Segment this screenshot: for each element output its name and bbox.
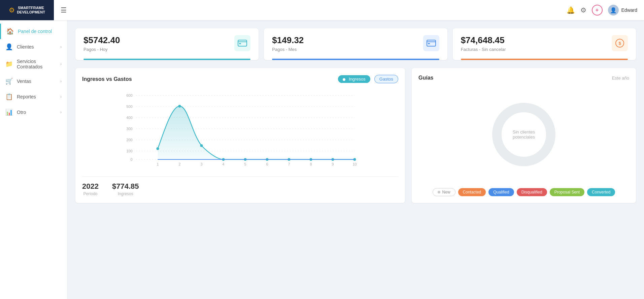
gastos-legend-button[interactable]: Gastos [374, 75, 398, 83]
line-chart: 600 500 400 300 200 100 0 1 2 3 4 5 6 [82, 89, 398, 170]
clientes-icon: 👤 [5, 43, 13, 51]
chevron-right-icon-2: › [60, 62, 62, 66]
stat-card-pagos-hoy: $5742.40 Pagos - Hoy [75, 28, 259, 60]
svg-text:4: 4 [222, 162, 224, 166]
sidebar-item-ventas[interactable]: 🛒 Ventas › [0, 73, 67, 89]
periodo-value: 2022 [82, 182, 99, 191]
legend-contacted[interactable]: Contacted [458, 188, 486, 196]
hamburger-button[interactable]: ☰ [61, 6, 67, 14]
stat-label-facturas: Facturas - Sin cancelar [461, 47, 506, 52]
otro-icon: 📊 [5, 109, 13, 116]
svg-text:2: 2 [178, 162, 180, 166]
sidebar-label-servicios: Servicios Contratados [17, 59, 60, 69]
stat-label-pagos-mes: Pagos - Mes [272, 47, 304, 52]
svg-text:200: 200 [126, 138, 132, 142]
ingresos-legend-button[interactable]: Ingresos [338, 75, 370, 83]
legend-disqualified[interactable]: Disqualified [517, 188, 547, 196]
stat-icon-pagos-mes [423, 35, 439, 51]
donut-chart-area: Sin clientes potenciales [418, 86, 629, 183]
logo-text: SMARTFRAME DEVELOPMENT [17, 6, 45, 14]
legend-proposal[interactable]: Proposal Sent [550, 188, 584, 196]
chart-title: Ingresos vs Gastos [82, 76, 132, 82]
ventas-icon: 🛒 [5, 78, 13, 85]
svg-rect-0 [238, 40, 247, 46]
stat-label-pagos-hoy: Pagos - Hoy [83, 47, 120, 52]
legend-converted[interactable]: Converted [587, 188, 615, 196]
user-avatar: 👤 [608, 5, 619, 16]
sidebar-label-clientes: Clientes [17, 44, 34, 50]
donut-legend: New Contacted Qualified Disqualified Pro… [418, 188, 629, 196]
header-right: 🔔 ⚙ + 👤 Edward [567, 5, 637, 16]
svg-text:500: 500 [126, 104, 132, 109]
svg-point-33 [178, 105, 181, 108]
stats-row: $5742.40 Pagos - Hoy [75, 28, 636, 60]
stat-card-facturas: $74,648.45 Facturas - Sin cancelar $ [453, 28, 636, 60]
stat-amount-pagos-mes: $149.32 [272, 35, 304, 46]
legend-qualified[interactable]: Qualified [488, 188, 514, 196]
svg-text:7: 7 [288, 162, 290, 166]
gear-icon[interactable]: ⚙ [580, 6, 586, 14]
chart-svg-container: 600 500 400 300 200 100 0 1 2 3 4 5 6 [82, 89, 398, 171]
bottom-row: Ingresos vs Gastos Ingresos Gastos [75, 68, 636, 203]
svg-rect-5 [428, 43, 430, 44]
chevron-right-icon: › [60, 44, 62, 49]
donut-section: Guías Este año Sin clientes potenciales … [412, 68, 636, 203]
svg-text:3: 3 [200, 162, 202, 166]
reportes-icon: 📋 [5, 93, 13, 100]
donut-empty-text: Sin clientes potenciales [504, 129, 544, 140]
chart-legend: Ingresos Gastos [338, 75, 398, 83]
stat-amount-pagos-hoy: $5742.40 [83, 35, 120, 46]
chevron-right-icon-4: › [60, 94, 62, 99]
bell-icon[interactable]: 🔔 [567, 6, 575, 14]
header-left: ⚙ SMARTFRAME DEVELOPMENT ☰ [7, 0, 67, 20]
sidebar-label-ventas: Ventas [17, 79, 31, 84]
sidebar-item-clientes[interactable]: 👤 Clientes › [0, 39, 67, 55]
servicios-icon: 📁 [5, 60, 13, 68]
sidebar-item-panel[interactable]: 🏠 Panel de control [0, 24, 67, 39]
svg-text:0: 0 [130, 157, 132, 161]
donut-period: Este año [612, 76, 629, 81]
svg-point-32 [157, 147, 159, 150]
chart-stat-ingresos: $774.85 Ingresos [112, 182, 139, 196]
stat-bar-blue [272, 59, 439, 60]
logo-icon: ⚙ [9, 6, 15, 14]
chart-section: Ingresos vs Gastos Ingresos Gastos [75, 68, 405, 203]
svg-text:400: 400 [126, 116, 132, 120]
sidebar-item-reportes[interactable]: 📋 Reportes › [0, 89, 67, 104]
svg-text:6: 6 [266, 162, 268, 166]
svg-text:$: $ [618, 41, 621, 46]
stat-card-pagos-mes: $149.32 Pagos - Mes [264, 28, 447, 60]
stat-icon-pagos-hoy [234, 35, 250, 51]
legend-new[interactable]: New [433, 188, 455, 196]
svg-text:10: 10 [352, 162, 357, 166]
svg-text:8: 8 [310, 162, 312, 166]
svg-text:9: 9 [332, 162, 334, 166]
user-area[interactable]: 👤 Edward [608, 5, 637, 16]
sidebar: 🏠 Panel de control 👤 Clientes › 📁 Servic… [0, 20, 67, 299]
donut-title: Guías [418, 75, 433, 81]
stat-bar-orange [461, 59, 628, 60]
svg-text:300: 300 [126, 127, 132, 131]
chart-stat-periodo: 2022 Período [82, 182, 99, 196]
svg-text:5: 5 [244, 162, 246, 166]
chevron-right-icon-5: › [60, 110, 62, 115]
stat-icon-facturas: $ [612, 35, 628, 51]
svg-rect-3 [427, 40, 436, 46]
chart-footer: 2022 Período $774.85 Ingresos [82, 176, 398, 196]
sidebar-item-otro[interactable]: 📊 Otro › [0, 104, 67, 120]
donut-header: Guías Este año [418, 75, 629, 81]
ingresos-value: $774.85 [112, 182, 139, 191]
ingresos-label: Ingresos [112, 191, 139, 196]
home-icon: 🏠 [6, 28, 14, 35]
add-button[interactable]: + [592, 5, 603, 16]
svg-text:600: 600 [126, 93, 132, 97]
periodo-label: Período [82, 191, 99, 196]
stat-bar-teal [83, 59, 250, 60]
logo: ⚙ SMARTFRAME DEVELOPMENT [0, 0, 54, 20]
svg-rect-2 [239, 43, 241, 44]
sidebar-item-servicios[interactable]: 📁 Servicios Contratados › [0, 55, 67, 73]
main-layout: 🏠 Panel de control 👤 Clientes › 📁 Servic… [0, 20, 644, 299]
svg-point-34 [200, 144, 203, 147]
user-name: Edward [621, 7, 637, 13]
sidebar-label-reportes: Reportes [17, 94, 36, 99]
